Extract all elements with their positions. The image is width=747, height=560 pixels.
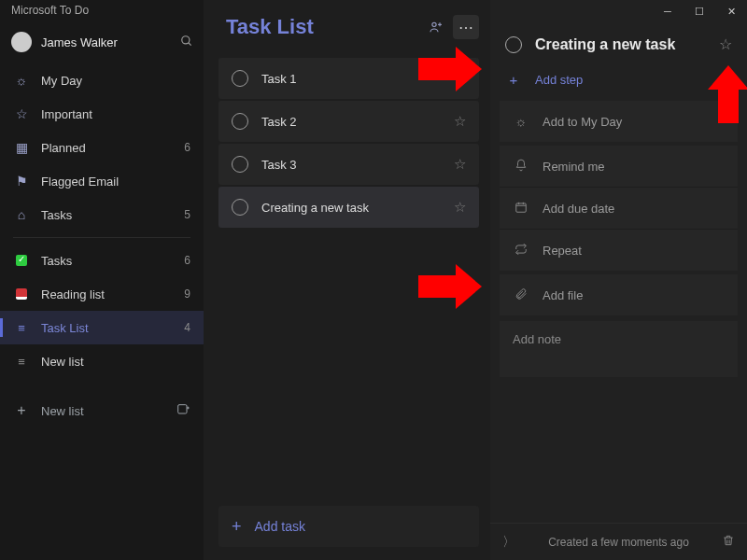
sidebar-item-label: Important [41, 107, 190, 121]
home-icon: ⌂ [13, 207, 30, 222]
star-icon[interactable]: ☆ [454, 70, 466, 87]
add-task-button[interactable]: + Add task [218, 506, 479, 547]
sun-icon: ☼ [513, 114, 529, 129]
list-header: Task List ⋯ [218, 15, 479, 39]
list-more-button[interactable]: ⋯ [453, 15, 479, 39]
sidebar-list-count: 4 [184, 321, 190, 334]
note-placeholder: Add note [513, 332, 561, 346]
plus-icon: + [505, 72, 522, 88]
sidebar-divider [13, 237, 190, 238]
sidebar-list-label: Reading list [41, 287, 184, 301]
complete-circle-icon[interactable] [232, 199, 248, 216]
sidebar-item-count: 5 [184, 208, 190, 221]
new-list-label: New list [41, 404, 176, 418]
complete-circle-icon[interactable] [505, 36, 522, 53]
new-list-button[interactable]: + New list [0, 392, 204, 429]
avatar [11, 32, 32, 52]
task-label: Creating a new task [261, 201, 454, 215]
flag-icon: ⚑ [13, 174, 30, 189]
window-minimize-button[interactable]: ─ [652, 0, 684, 22]
task-row[interactable]: Task 2 ☆ [218, 101, 479, 142]
detail-body: Creating a new task ☆ + Add step ☼ Add t… [490, 22, 747, 523]
collapse-detail-button[interactable]: 〉 [500, 534, 518, 551]
sidebar-item-planned[interactable]: ▦ Planned 6 [0, 131, 204, 164]
bell-icon [513, 159, 529, 175]
task-row[interactable]: Task 1 ☆ [218, 58, 479, 99]
profile-row[interactable]: James Walker [0, 26, 204, 63]
add-step-button[interactable]: + Add step [500, 66, 738, 99]
detail-title-row: Creating a new task ☆ [500, 28, 738, 64]
detail-row-label: Add file [543, 288, 583, 302]
task-row[interactable]: Task 3 ☆ [218, 144, 479, 185]
sidebar-list-label: New list [41, 355, 190, 369]
add-step-label: Add step [535, 73, 583, 87]
list-color-icon [13, 287, 30, 301]
complete-circle-icon[interactable] [232, 113, 248, 130]
sidebar-item-tasks[interactable]: ⌂ Tasks 5 [0, 198, 204, 231]
svg-line-1 [189, 42, 191, 45]
search-icon[interactable] [179, 35, 194, 50]
list-title: Task List [226, 15, 423, 39]
detail-footer: 〉 Created a few moments ago [490, 523, 747, 560]
complete-circle-icon[interactable] [232, 70, 248, 87]
calendar-icon [513, 201, 529, 217]
sidebar-list-tasklist[interactable]: ≡ Task List 4 [0, 311, 204, 344]
remind-me-button[interactable]: Remind me [500, 146, 738, 187]
paperclip-icon [513, 287, 529, 303]
add-task-label: Add task [255, 519, 305, 534]
list-color-icon: ✓ [13, 254, 30, 267]
add-to-my-day-button[interactable]: ☼ Add to My Day [500, 101, 738, 142]
list-lines-icon: ≡ [13, 355, 30, 368]
detail-section-file: Add file [500, 274, 738, 315]
sidebar-list-tasks[interactable]: ✓ Tasks 6 [0, 244, 204, 277]
star-icon[interactable]: ☆ [454, 156, 466, 173]
task-detail-panel: ─ ☐ ✕ Creating a new task ☆ + Add step ☼… [490, 0, 747, 560]
task-label: Task 2 [261, 115, 454, 129]
sidebar-item-count: 6 [184, 141, 190, 154]
created-label: Created a few moments ago [518, 536, 719, 549]
star-icon[interactable]: ☆ [719, 35, 732, 53]
app-title: Microsoft To Do [0, 0, 204, 26]
add-due-date-button[interactable]: Add due date [500, 188, 738, 229]
detail-row-label: Add to My Day [543, 115, 622, 129]
share-list-button[interactable] [423, 15, 449, 39]
sidebar-item-my-day[interactable]: ☼ My Day [0, 63, 204, 97]
sidebar-item-label: My Day [41, 74, 190, 88]
star-icon: ☆ [13, 106, 30, 121]
sidebar-item-label: Flagged Email [41, 175, 190, 189]
plus-icon: + [232, 517, 242, 537]
detail-title[interactable]: Creating a new task [535, 36, 719, 53]
task-label: Task 3 [261, 158, 454, 172]
repeat-button[interactable]: Repeat [500, 230, 738, 271]
sidebar-list-count: 6 [184, 254, 190, 267]
svg-rect-8 [516, 203, 527, 211]
detail-section-myday: ☼ Add to My Day [500, 101, 738, 142]
note-input[interactable]: Add note [500, 321, 738, 377]
complete-circle-icon[interactable] [232, 156, 248, 173]
sidebar-list-label: Tasks [41, 254, 184, 268]
task-row[interactable]: Creating a new task ☆ [218, 187, 479, 228]
repeat-icon [513, 243, 529, 259]
star-icon[interactable]: ☆ [454, 199, 466, 216]
app-root: Microsoft To Do James Walker ☼ My Day ☆ … [0, 0, 747, 560]
window-controls: ─ ☐ ✕ [490, 0, 747, 22]
sidebar-item-important[interactable]: ☆ Important [0, 97, 204, 131]
star-icon[interactable]: ☆ [454, 113, 466, 130]
window-maximize-button[interactable]: ☐ [684, 0, 715, 22]
delete-task-button[interactable] [719, 534, 738, 550]
sidebar-list-reading[interactable]: Reading list 9 [0, 277, 204, 311]
sidebar-list-newlist[interactable]: ≡ New list [0, 344, 204, 378]
sun-icon: ☼ [13, 73, 30, 88]
new-group-icon[interactable] [176, 402, 190, 420]
sidebar: Microsoft To Do James Walker ☼ My Day ☆ … [0, 0, 204, 560]
detail-section-dates: Remind me Add due date Repeat [500, 146, 738, 271]
window-close-button[interactable]: ✕ [715, 0, 747, 22]
detail-row-label: Add due date [543, 202, 614, 216]
list-header-actions: ⋯ [423, 15, 479, 39]
sidebar-item-flagged-email[interactable]: ⚑ Flagged Email [0, 164, 204, 198]
sidebar-item-label: Planned [41, 141, 184, 155]
profile-name: James Walker [41, 35, 179, 49]
detail-row-label: Repeat [543, 244, 582, 258]
add-file-button[interactable]: Add file [500, 274, 738, 315]
svg-point-5 [432, 22, 436, 26]
